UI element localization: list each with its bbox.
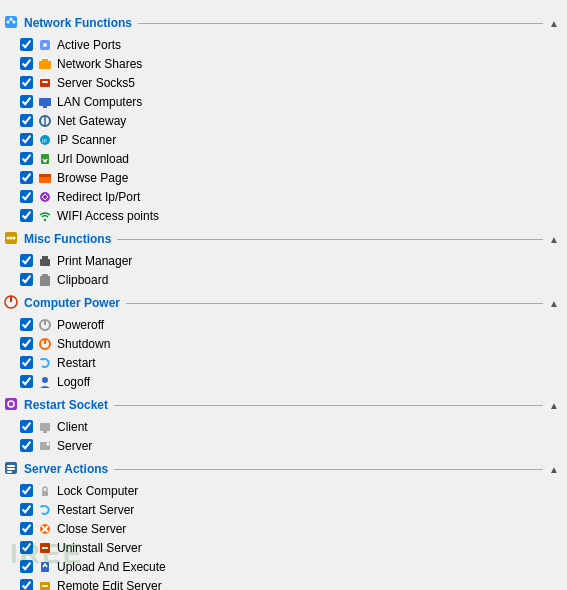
checkbox-computer-power-2[interactable] [20,356,33,369]
svg-rect-29 [40,276,50,286]
item-icon-active-ports [37,37,53,53]
item-icon-clipboard [37,272,53,288]
section-chevron-server-actions[interactable]: ▲ [549,464,559,475]
checkbox-misc-functions-1[interactable] [20,273,33,286]
list-item: Clipboard [0,270,567,289]
list-item: LAN Computers [0,92,567,111]
item-label: Upload And Execute [57,560,166,574]
checkbox-server-actions-0[interactable] [20,484,33,497]
section-line-computer-power [126,303,543,304]
section-icon-network-functions [4,15,20,31]
item-label: Restart [57,356,96,370]
svg-rect-12 [39,98,51,106]
checkbox-network-functions-6[interactable] [20,152,33,165]
svg-rect-44 [7,465,15,467]
section-title-restart-socket: Restart Socket [24,398,108,412]
item-icon-lock-computer [37,483,53,499]
item-label: Server Socks5 [57,76,135,90]
item-label: Url Download [57,152,129,166]
list-item: Poweroff [0,315,567,334]
checkbox-network-functions-7[interactable] [20,171,33,184]
list-item: Browse Page [0,168,567,187]
checkbox-network-functions-1[interactable] [20,57,33,70]
item-icon-shutdown [37,336,53,352]
section-line-network-functions [138,23,543,24]
svg-rect-46 [7,471,12,473]
svg-rect-20 [39,174,51,177]
section-title-network-functions: Network Functions [24,16,132,30]
section-chevron-misc-functions[interactable]: ▲ [549,234,559,245]
section-title-computer-power: Computer Power [24,296,120,310]
checkbox-server-actions-1[interactable] [20,503,33,516]
item-icon-server-socks5 [37,75,53,91]
item-icon-ip-scanner: IP [37,132,53,148]
section-chevron-network-functions[interactable]: ▲ [549,18,559,29]
svg-rect-37 [5,398,17,410]
checkbox-network-functions-4[interactable] [20,114,33,127]
item-label: Redirect Ip/Port [57,190,140,204]
checkbox-network-functions-3[interactable] [20,95,33,108]
list-item: Client [0,417,567,436]
section-header-restart-socket: Restart Socket▲ [0,394,567,416]
checkbox-server-actions-5[interactable] [20,579,33,590]
checkbox-computer-power-3[interactable] [20,375,33,388]
section-chevron-computer-power[interactable]: ▲ [549,298,559,309]
item-icon-upload-and-execute [37,559,53,575]
section-misc-functions: Misc Functions▲Print ManagerClipboard [0,228,567,290]
svg-point-25 [13,237,16,240]
section-line-restart-socket [114,405,543,406]
svg-rect-45 [7,468,15,470]
list-item: Redirect Ip/Port [0,187,567,206]
section-header-computer-power: Computer Power▲ [0,292,567,314]
item-label: Browse Page [57,171,128,185]
item-icon-uninstall-server [37,540,53,556]
svg-rect-26 [40,259,50,266]
item-label: WIFI Access points [57,209,159,223]
checkbox-network-functions-2[interactable] [20,76,33,89]
svg-text:IP: IP [42,138,47,144]
svg-point-7 [43,43,47,47]
section-line-server-actions [114,469,543,470]
checkbox-network-functions-0[interactable] [20,38,33,51]
svg-rect-27 [42,256,48,260]
section-items-network-functions: Active PortsNetwork SharesServer Socks5L… [0,34,567,226]
svg-rect-9 [42,59,48,63]
list-item: Upload And Execute [0,557,567,576]
checkbox-misc-functions-0[interactable] [20,254,33,267]
svg-rect-11 [42,81,48,83]
checkbox-server-actions-3[interactable] [20,541,33,554]
section-items-misc-functions: Print ManagerClipboard [0,250,567,290]
section-title-misc-functions: Misc Functions [24,232,111,246]
item-label: Client [57,420,88,434]
list-item: Remote Edit Server [0,576,567,590]
svg-point-23 [7,237,10,240]
section-chevron-restart-socket[interactable]: ▲ [549,400,559,411]
checkbox-restart-socket-0[interactable] [20,420,33,433]
checkbox-network-functions-5[interactable] [20,133,33,146]
list-item: Active Ports [0,35,567,54]
item-label: Close Server [57,522,126,536]
item-icon-restart-server [37,502,53,518]
section-icon-computer-power [4,295,20,311]
list-item: Logoff [0,372,567,391]
checkbox-restart-socket-1[interactable] [20,439,33,452]
svg-point-24 [10,237,13,240]
checkbox-server-actions-2[interactable] [20,522,33,535]
item-label: Print Manager [57,254,132,268]
item-icon-browse-page [37,170,53,186]
item-label: Net Gateway [57,114,126,128]
list-item: Url Download [0,149,567,168]
item-icon-url-download [37,151,53,167]
list-item: Uninstall Server [0,538,567,557]
section-restart-socket: Restart Socket▲ClientServer [0,394,567,456]
item-icon-net-gateway [37,113,53,129]
svg-rect-40 [43,431,47,433]
item-label: Logoff [57,375,90,389]
checkbox-network-functions-8[interactable] [20,190,33,203]
section-header-misc-functions: Misc Functions▲ [0,228,567,250]
checkbox-server-actions-4[interactable] [20,560,33,573]
checkbox-computer-power-1[interactable] [20,337,33,350]
checkbox-network-functions-9[interactable] [20,209,33,222]
checkbox-computer-power-0[interactable] [20,318,33,331]
section-title-server-actions: Server Actions [24,462,108,476]
